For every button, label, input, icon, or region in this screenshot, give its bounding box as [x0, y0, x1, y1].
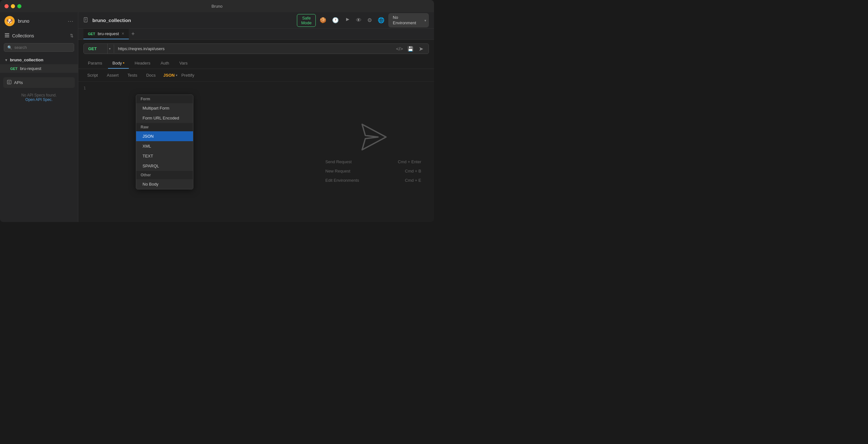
method-badge: GET — [10, 67, 18, 71]
code-snippet-button[interactable]: </> — [394, 45, 405, 53]
apis-label: APIs — [14, 80, 23, 85]
send-request-button[interactable]: ➤ — [416, 44, 426, 54]
line-1: 1 — [84, 86, 86, 90]
tab-auth[interactable]: Auth — [156, 58, 174, 69]
new-request-label: New Request — [326, 169, 350, 173]
collection-tree: ▼ bruno_collection GET bru-request — [0, 54, 78, 75]
send-request-label: Send Request — [326, 159, 351, 164]
sidebar-username: bruno — [18, 19, 65, 24]
open-spec-link[interactable]: Open API Spec. — [25, 97, 53, 102]
env-dropdown: NoEnvironment — [388, 13, 429, 28]
dropdown-section-form: Form — [136, 95, 193, 103]
method-select[interactable]: GET POST PUT DELETE — [84, 44, 108, 54]
minimize-button[interactable] — [11, 4, 15, 8]
content-body: 1 Form Multipart Form Form URL Encoded R… — [78, 82, 434, 222]
tab-bru-request[interactable]: GET bru-request ✕ — [84, 29, 129, 39]
request-tabs: Params Body Headers Auth Vars — [78, 58, 434, 69]
body-type-label: JSON — [163, 73, 175, 77]
collection-name: bruno_collection — [10, 58, 43, 62]
sub-tab-tests[interactable]: Tests — [124, 71, 141, 79]
tab-body[interactable]: Body — [108, 58, 129, 69]
collection-title: bruno_collection — [92, 18, 293, 23]
maximize-button[interactable] — [17, 4, 22, 8]
editor-section: 1 Form Multipart Form Form URL Encoded R… — [78, 82, 313, 222]
env-wrapper[interactable]: NoEnvironment — [388, 13, 429, 28]
search-input[interactable] — [14, 45, 71, 50]
dropdown-section-raw: Raw — [136, 123, 193, 131]
chevron-down-icon: ▼ — [4, 58, 8, 62]
apis-section[interactable]: APIs — [3, 77, 75, 88]
body-type-selector[interactable]: JSON ▾ — [163, 73, 177, 77]
method-dropdown-arrow: ▾ — [108, 44, 114, 53]
hint-shortcuts: Send Request Cmd + Enter New Request Cmd… — [326, 159, 421, 183]
request-item-name: bru-request — [20, 66, 41, 71]
hint-new-request: New Request Cmd + B — [326, 169, 421, 173]
search-icon: 🔍 — [7, 45, 12, 50]
hint-edit-env: Edit Environments Cmd + E — [326, 178, 421, 183]
collection-doc-icon — [84, 17, 89, 23]
dropdown-item-text[interactable]: TEXT — [136, 151, 193, 161]
url-bar: GET POST PUT DELETE ▾ </> 💾 ➤ — [84, 43, 429, 54]
send-icon — [357, 121, 389, 153]
globe-icon[interactable]: 🌐 — [378, 17, 384, 24]
no-specs-label: No API Specs found. — [22, 93, 57, 97]
sub-tab-assert[interactable]: Assert — [103, 71, 122, 79]
edit-env-label: Edit Environments — [326, 178, 359, 183]
tab-vars[interactable]: Vars — [175, 58, 192, 69]
url-actions: </> 💾 ➤ — [392, 44, 429, 54]
dropdown-item-xml[interactable]: XML — [136, 141, 193, 151]
sort-icon[interactable]: ⇅ — [70, 33, 73, 38]
dropdown-item-form-url-encoded[interactable]: Form URL Encoded — [136, 113, 193, 123]
add-tab-button[interactable]: + — [129, 29, 137, 39]
title-bar: Bruno — [0, 0, 434, 12]
tab-method-badge: GET — [88, 32, 95, 36]
svg-marker-11 — [362, 124, 386, 150]
bruno-logo: 🐶 — [4, 16, 15, 26]
collection-item-bruno[interactable]: ▼ bruno_collection — [0, 56, 78, 64]
collections-icon — [4, 33, 9, 39]
tab-close-icon[interactable]: ✕ — [121, 32, 124, 36]
dropdown-item-multipart[interactable]: Multipart Form — [136, 103, 193, 113]
editor-area[interactable]: 1 Form Multipart Form Form URL Encoded R… — [78, 82, 313, 222]
window-controls — [4, 4, 22, 8]
body-type-dropdown: Form Multipart Form Form URL Encoded Raw… — [136, 95, 193, 189]
dropdown-item-json[interactable]: JSON — [136, 131, 193, 141]
save-button[interactable]: 💾 — [406, 45, 415, 53]
url-input[interactable] — [114, 44, 392, 54]
close-button[interactable] — [4, 4, 9, 8]
runner-icon[interactable] — [344, 17, 350, 24]
cookie-icon[interactable]: 🍪 — [319, 17, 326, 24]
sub-tab-docs[interactable]: Docs — [142, 71, 159, 79]
body-type-dropdown-icon: ▾ — [176, 73, 177, 77]
dropdown-item-sparql[interactable]: SPARQL — [136, 161, 193, 171]
dropdown-item-no-body[interactable]: No Body — [136, 179, 193, 189]
right-panel: bruno_collection SafeMode 🍪 🕐 👁 ⚙ 🌐 NoEn… — [78, 12, 434, 222]
send-request-keys: Cmd + Enter — [398, 159, 421, 164]
settings-icon[interactable]: ⚙ — [367, 17, 372, 24]
safe-mode-button[interactable]: SafeMode — [297, 14, 316, 27]
prettify-button[interactable]: Prettify — [181, 73, 194, 77]
sub-tab-script[interactable]: Script — [84, 71, 102, 79]
search-box[interactable]: 🔍 — [4, 43, 74, 52]
svg-rect-0 — [5, 33, 9, 34]
history-icon[interactable]: 🕐 — [332, 17, 339, 24]
app-title: Bruno — [212, 4, 223, 9]
sidebar: 🐶 bruno ··· Collections ⇅ 🔍 ▼ bruno_coll — [0, 12, 78, 222]
top-bar: bruno_collection SafeMode 🍪 🕐 👁 ⚙ 🌐 NoEn… — [78, 12, 434, 29]
edit-env-keys: Cmd + E — [405, 178, 421, 183]
no-specs-text: No API Specs found. Open API Spec. — [0, 90, 78, 104]
tabs-bar: GET bru-request ✕ + — [78, 29, 434, 40]
collections-header[interactable]: Collections ⇅ — [0, 30, 78, 41]
hint-panel: Send Request Cmd + Enter New Request Cmd… — [313, 82, 434, 222]
tab-params[interactable]: Params — [84, 58, 107, 69]
svg-rect-1 — [5, 35, 9, 36]
apis-icon — [7, 80, 11, 85]
line-numbers: 1 — [84, 86, 90, 218]
top-icons: 🍪 🕐 👁 ⚙ 🌐 — [319, 17, 384, 24]
more-options-icon[interactable]: ··· — [68, 18, 73, 25]
eye-icon[interactable]: 👁 — [356, 17, 362, 24]
request-item-bru[interactable]: GET bru-request — [0, 64, 78, 73]
tab-headers[interactable]: Headers — [130, 58, 155, 69]
svg-rect-2 — [5, 36, 9, 37]
tab-name: bru-request — [98, 31, 119, 36]
